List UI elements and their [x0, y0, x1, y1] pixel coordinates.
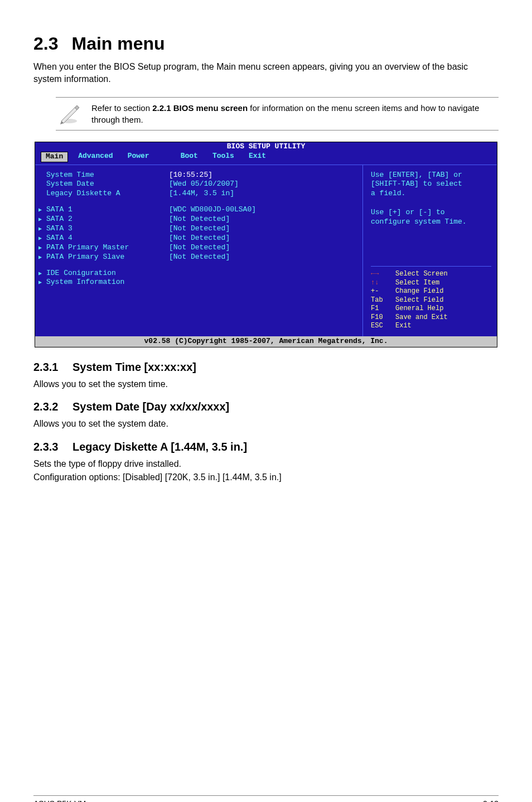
bios-field-label: Legacy Diskette A	[46, 189, 169, 199]
subsection-body: Configuration options: [Disabled] [720K,…	[33, 471, 499, 484]
bios-menu-tools[interactable]: Tools	[208, 152, 239, 162]
bios-header: BIOS SETUP UTILITY	[35, 142, 497, 152]
bios-menu-main[interactable]: Main	[41, 152, 68, 162]
bios-help-panel: Use [ENTER], [TAB] or[SHIFT-TAB] to sele…	[363, 165, 497, 337]
bios-drive-value: [Not Detected]	[169, 253, 230, 262]
bios-footer: v02.58 (C)Copyright 1985-2007, American …	[35, 336, 497, 347]
bios-help-line: [SHIFT-TAB] to select	[371, 180, 491, 189]
bios-help-key: F10	[371, 313, 395, 322]
subsection-body: Allows you to set the system time.	[33, 378, 499, 390]
bios-extra-row[interactable]: ▶IDE Coniguration	[46, 269, 357, 278]
bios-help-desc: Select Field	[395, 296, 443, 305]
bios-help-line: a field.	[371, 189, 491, 199]
bios-drive-label: SATA 1	[46, 205, 72, 214]
bios-menu-advanced[interactable]: Advanced	[74, 152, 117, 162]
subsection-number: 2.3.1	[33, 361, 72, 374]
bios-help-key: ESC	[371, 322, 395, 331]
triangle-icon: ▶	[38, 270, 44, 277]
triangle-icon: ▶	[38, 206, 44, 214]
bios-drive-label: SATA 4	[46, 234, 72, 242]
bios-extra-label: IDE Coniguration	[46, 269, 116, 277]
bios-menu-bar: MainAdvancedPowerBootToolsExit	[35, 152, 497, 165]
bios-main-panel: System Time[10:55:25]System Date[Wed 05/…	[35, 165, 363, 337]
bios-help-key-row: TabSelect Field	[371, 296, 491, 305]
note-pre: Refer to section	[91, 103, 152, 113]
bios-help-key: Tab	[371, 296, 395, 305]
bios-menu-exit[interactable]: Exit	[244, 152, 270, 162]
footer-left: ASUS P5K-VM	[33, 799, 86, 802]
bios-drive-value: [Not Detected]	[169, 243, 230, 253]
subsection-title: Legacy Diskette A [1.44M, 3.5 in.]	[72, 441, 247, 453]
bios-drive-row[interactable]: ▶SATA 4[Not Detected]	[46, 234, 357, 243]
pencil-icon	[56, 102, 83, 124]
note-text: Refer to section 2.2.1 BIOS menu screen …	[83, 102, 499, 125]
bios-drive-value: [Not Detected]	[169, 224, 230, 234]
intro-paragraph: When you enter the BIOS Setup program, t…	[33, 61, 499, 86]
bios-help-line: Use [+] or [-] to	[371, 208, 491, 218]
bios-help-key: ↑↓	[371, 279, 395, 288]
subsection-body: Allows you to set the system date.	[33, 418, 499, 430]
bios-help-line: Use [ENTER], [TAB] or	[371, 171, 491, 180]
bios-field-value: [1.44M, 3.5 in]	[169, 189, 234, 199]
bios-help-key-row: ←→Select Screen	[371, 270, 491, 279]
subsection-heading: 2.3.1System Time [xx:xx:xx]	[33, 361, 499, 374]
subsection-body: Sets the type of floppy drive installed.	[33, 458, 499, 470]
bios-drive-label: SATA 3	[46, 224, 72, 233]
bios-drive-label: PATA Primary Master	[46, 243, 129, 252]
section-heading: 2.3Main menu	[33, 33, 499, 54]
bios-drive-row[interactable]: ▶SATA 2[Not Detected]	[46, 215, 357, 224]
bios-extra-label: System Information	[46, 278, 124, 286]
footer-right: 2-13	[483, 799, 499, 802]
bios-field-row[interactable]: System Date[Wed 05/10/2007]	[46, 180, 357, 189]
bios-help-line	[371, 199, 491, 208]
bios-menu-boot[interactable]: Boot	[176, 152, 202, 162]
bios-drive-row[interactable]: ▶SATA 3[Not Detected]	[46, 224, 357, 234]
bios-drive-row[interactable]: ▶PATA Primary Slave[Not Detected]	[46, 253, 357, 262]
bios-help-desc: Save and Exit	[395, 313, 448, 322]
bios-help-key-row: +-Change Field	[371, 287, 491, 296]
subsection-number: 2.3.2	[33, 400, 72, 413]
bios-drive-value: [Not Detected]	[169, 234, 230, 243]
bios-help-key-row: ↑↓Select Item	[371, 279, 491, 288]
bios-help-desc: General Help	[395, 305, 443, 313]
bios-help-key: F1	[371, 305, 395, 313]
subsection-number: 2.3.3	[33, 441, 72, 453]
bios-menu-power[interactable]: Power	[123, 152, 154, 162]
bios-drive-row[interactable]: ▶SATA 1[WDC WD800JD-00LSA0]	[46, 205, 357, 215]
bios-field-label: System Date	[46, 180, 169, 189]
note-block: Refer to section 2.2.1 BIOS menu screen …	[56, 97, 499, 131]
bios-field-label: System Time	[46, 171, 169, 180]
subsection-heading: 2.3.3Legacy Diskette A [1.44M, 3.5 in.]	[33, 441, 499, 453]
bios-drive-value: [WDC WD800JD-00LSA0]	[169, 205, 256, 215]
section-title-text: Main menu	[71, 33, 165, 54]
bios-help-key-row: F10Save and Exit	[371, 313, 491, 322]
bios-field-row[interactable]: Legacy Diskette A[1.44M, 3.5 in]	[46, 189, 357, 199]
bios-field-row[interactable]: System Time[10:55:25]	[46, 171, 357, 180]
subsection-title: System Date [Day xx/xx/xxxx]	[72, 400, 229, 413]
bios-help-key-row: F1General Help	[371, 305, 491, 313]
bios-help-desc: Select Item	[395, 279, 439, 288]
bios-help-desc: Change Field	[395, 287, 443, 296]
bios-screenshot: BIOS SETUP UTILITY MainAdvancedPowerBoot…	[35, 142, 497, 347]
triangle-icon: ▶	[38, 254, 44, 261]
triangle-icon: ▶	[38, 279, 44, 286]
bios-help-key: +-	[371, 287, 395, 296]
section-number: 2.3	[33, 33, 58, 54]
bios-drive-label: SATA 2	[46, 215, 72, 223]
triangle-icon: ▶	[38, 216, 44, 223]
page-footer: ASUS P5K-VM 2-13	[33, 795, 499, 802]
bios-help-key: ←→	[371, 270, 395, 279]
bios-extra-row[interactable]: ▶System Information	[46, 278, 357, 287]
bios-field-value: [Wed 05/10/2007]	[169, 180, 239, 189]
bios-drive-row[interactable]: ▶PATA Primary Master[Not Detected]	[46, 243, 357, 253]
note-bold: 2.2.1 BIOS menu screen	[152, 103, 248, 113]
bios-help-desc: Select Screen	[395, 270, 448, 279]
bios-drive-label: PATA Primary Slave	[46, 253, 124, 261]
subsection-title: System Time [xx:xx:xx]	[72, 361, 196, 373]
bios-drive-value: [Not Detected]	[169, 215, 230, 224]
bios-help-desc: Exit	[395, 322, 412, 331]
bios-help-key-row: ESCExit	[371, 322, 491, 331]
subsection-heading: 2.3.2System Date [Day xx/xx/xxxx]	[33, 400, 499, 413]
bios-help-line: configure system Time.	[371, 218, 491, 227]
bios-field-value: [10:55:25]	[169, 171, 212, 180]
